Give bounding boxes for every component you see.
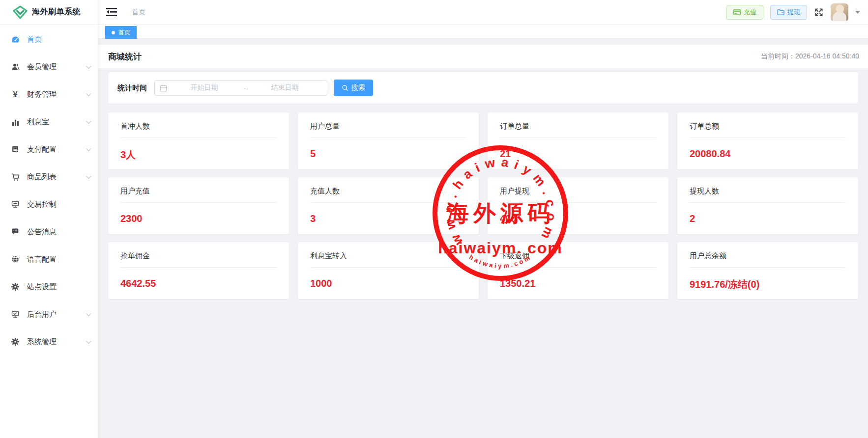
- stat-label: 用户总量: [310, 122, 466, 138]
- date-range-separator: -: [241, 84, 248, 92]
- sidebar-item-payment-config[interactable]: 支付配置: [0, 136, 98, 163]
- end-date-placeholder: 结束日期: [248, 83, 322, 92]
- stat-card-recharge-users: 充值人数 3: [298, 177, 479, 234]
- search-button-label: 搜索: [351, 83, 365, 92]
- stat-label: 充值人数: [310, 187, 466, 203]
- avatar-dropdown-caret-icon[interactable]: [855, 11, 860, 14]
- stat-label: 抢单佣金: [120, 251, 277, 268]
- tab-bar: 首页: [98, 25, 868, 39]
- stat-card-total-balance: 用户总余额 9191.76/冻结(0): [677, 242, 858, 299]
- monitor-check-icon: [10, 310, 21, 319]
- withdraw-label: 提现: [787, 8, 800, 17]
- chevron-down-icon: [86, 173, 91, 179]
- stat-value: 400: [500, 213, 656, 224]
- top-header: 首页 充值 提现: [98, 0, 868, 25]
- search-icon: [342, 84, 348, 91]
- stat-value: 1000: [310, 278, 466, 289]
- sidebar-item-label: 站点设置: [27, 282, 57, 292]
- recharge-label: 充值: [744, 8, 756, 17]
- cart-icon: [10, 172, 21, 182]
- app-title: 海外刷单系统: [32, 7, 81, 17]
- admin-dashboard: 海外刷单系统 首页: [0, 0, 868, 438]
- sidebar-item-label: 公告消息: [27, 227, 57, 237]
- tab-active-dot: [112, 31, 115, 34]
- header-actions: 充值 提现: [726, 3, 860, 21]
- user-avatar[interactable]: [831, 3, 848, 21]
- sidebar-menu: 首页 会员管理 ¥ 财务管理: [0, 25, 98, 356]
- bank-card-icon: [733, 9, 741, 15]
- stat-label: 首冲人数: [120, 122, 277, 138]
- stat-value: 21: [500, 148, 656, 160]
- stat-card-order-amount: 订单总额 20080.84: [677, 112, 858, 169]
- sidebar-item-label: 语言配置: [27, 255, 57, 264]
- chevron-down-icon: [86, 91, 91, 96]
- sidebar-item-label: 财务管理: [27, 90, 57, 99]
- stat-card-interest-transfer: 利息宝转入 1000: [298, 242, 479, 299]
- sidebar-item-products[interactable]: 商品列表: [0, 163, 98, 191]
- stat-value: 3: [310, 213, 466, 224]
- yen-icon: ¥: [10, 90, 21, 99]
- sidebar-item-label: 商品列表: [27, 172, 57, 182]
- sidebar-item-admin-users[interactable]: 后台用户: [0, 301, 98, 328]
- sidebar-item-label: 支付配置: [27, 145, 57, 154]
- search-panel: 统计时间 开始日期 - 结束日期 搜索: [108, 72, 858, 104]
- stat-value: 4642.55: [120, 278, 277, 289]
- sidebar-item-finance[interactable]: ¥ 财务管理: [0, 81, 98, 108]
- sidebar-item-members[interactable]: 会员管理: [0, 53, 98, 81]
- stat-value: 20080.84: [690, 148, 846, 160]
- breadcrumb[interactable]: 首页: [132, 8, 145, 17]
- stat-value: 2: [690, 213, 846, 224]
- tab-label: 首页: [118, 28, 130, 37]
- sidebar: 海外刷单系统 首页: [0, 0, 98, 438]
- sidebar-item-site-settings[interactable]: 站点设置: [0, 273, 98, 301]
- sidebar-item-label: 会员管理: [27, 62, 57, 72]
- bar-chart-icon: [10, 118, 21, 126]
- sidebar-item-announcements[interactable]: 公告消息: [0, 218, 98, 246]
- stat-value: 5: [310, 148, 466, 160]
- sidebar-item-system[interactable]: 系统管理: [0, 328, 98, 356]
- stat-label: 订单总量: [500, 122, 656, 138]
- current-time-label: 当前时间：: [761, 52, 795, 60]
- current-time-value: 2026-04-16 04:50:40: [795, 52, 859, 60]
- stats-grid: 首冲人数 3人 用户总量 5 订单总量 21 订单总额 20080.84 用户充…: [108, 112, 858, 299]
- users-icon: [10, 62, 21, 71]
- calendar-icon: [160, 84, 167, 92]
- stat-card-user-recharge: 用户充值 2300: [108, 177, 289, 234]
- sidebar-item-trade-control[interactable]: 交易控制: [0, 191, 98, 218]
- sidebar-item-label: 交易控制: [27, 200, 57, 209]
- sidebar-item-label: 利息宝: [27, 117, 49, 127]
- stat-card-downline-rebate: 下级返佣 1350.21: [488, 242, 668, 299]
- date-range-input[interactable]: 开始日期 - 结束日期: [154, 80, 327, 96]
- monitor-icon: [10, 200, 21, 209]
- sidebar-item-language[interactable]: 语言配置: [0, 246, 98, 273]
- gear-icon: [10, 337, 21, 346]
- page-title-bar: 商城统计 当前时间：2026-04-16 04:50:40: [98, 45, 868, 68]
- stat-value: 2300: [120, 213, 277, 224]
- sidebar-item-label: 首页: [27, 35, 42, 44]
- wallet-icon: [777, 9, 784, 15]
- stat-label: 用户提现: [500, 187, 656, 203]
- search-button[interactable]: 搜索: [334, 80, 373, 96]
- stat-card-total-users: 用户总量 5: [298, 112, 479, 169]
- dashboard-icon: [10, 35, 21, 44]
- current-time: 当前时间：2026-04-16 04:50:40: [761, 52, 859, 61]
- withdraw-button[interactable]: 提现: [770, 5, 807, 20]
- stat-label: 利息宝转入: [310, 251, 466, 268]
- tab-home[interactable]: 首页: [105, 26, 137, 39]
- stat-card-first-recharge-users: 首冲人数 3人: [108, 112, 289, 169]
- stat-label: 提现人数: [690, 187, 846, 203]
- sidebar-item-interest[interactable]: 利息宝: [0, 108, 98, 136]
- sidebar-item-home[interactable]: 首页: [0, 26, 98, 53]
- stat-card-withdraw-users: 提现人数 2: [677, 177, 858, 234]
- sidebar-item-label: 后台用户: [27, 310, 57, 319]
- stat-label: 用户总余额: [690, 251, 846, 268]
- page-title: 商城统计: [108, 51, 142, 62]
- brand-diamond-icon: [13, 5, 28, 19]
- chevron-down-icon: [86, 338, 91, 344]
- stat-value: 1350.21: [500, 278, 656, 289]
- fullscreen-icon[interactable]: [814, 7, 824, 17]
- globe-icon: [10, 255, 21, 264]
- recharge-button[interactable]: 充值: [726, 5, 763, 20]
- sidebar-item-label: 系统管理: [27, 337, 57, 347]
- sidebar-fold-icon[interactable]: [106, 8, 117, 16]
